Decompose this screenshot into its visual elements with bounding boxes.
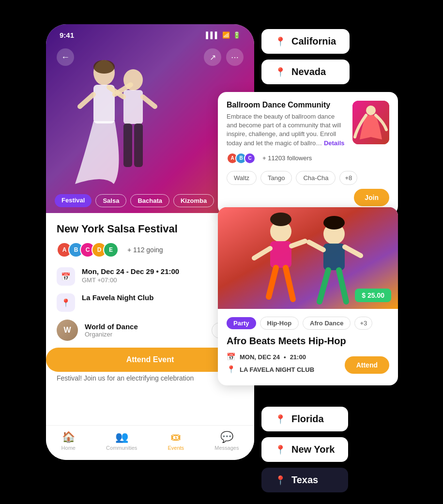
location-pill-new-york[interactable]: 📍 New York: [261, 437, 348, 462]
organizer-label: Organizer: [85, 331, 138, 338]
organizer-info: World of Dance Organizer: [85, 322, 138, 338]
community-card-desc: Embrace the beauty of ballroom dance and…: [227, 112, 346, 148]
signal-icon: ▌▌▌: [206, 31, 219, 39]
wifi-icon: 📶: [222, 31, 230, 39]
location-pills-bottom: 📍 Florida 📍 New York 📍 Texas: [261, 407, 348, 492]
event-card-footer: 📅 MON, DEC 24 • 21:00 📍 LA FAVELA NIGHT …: [227, 352, 389, 378]
back-button[interactable]: ←: [57, 48, 74, 66]
tag-cha-cha[interactable]: Cha-Cha: [296, 171, 336, 185]
event-card-image: $ 25.00: [218, 207, 398, 309]
nav-messages-label: Messages: [214, 445, 239, 451]
svg-point-5: [123, 69, 143, 91]
location-icon: 📍: [57, 293, 75, 312]
svg-rect-23: [323, 244, 345, 270]
pin-icon: 📍: [275, 67, 286, 77]
follower-avatars: A B C: [227, 153, 253, 164]
date-info-row: 📅 Mon, Dec 24 - Dec 29 • 21:00 GMT +07:0…: [57, 267, 244, 286]
join-button[interactable]: Join: [354, 189, 389, 206]
svg-line-8: [143, 97, 155, 107]
share-button[interactable]: ↗: [204, 48, 221, 66]
status-bar: 9:41 ▌▌▌ 📶 🔋: [46, 24, 254, 46]
svg-point-22: [323, 216, 345, 229]
ec-tag-more[interactable]: +3: [354, 317, 372, 330]
organizer-avatar: W: [57, 320, 78, 341]
timezone: GMT +07:00: [82, 276, 179, 284]
community-card-title: Ballroom Dance Community: [227, 101, 346, 109]
location-pill-nevada[interactable]: 📍 Nevada: [261, 60, 350, 84]
venue-info-row: 📍 La Favela Night Club: [57, 293, 244, 312]
tag-more[interactable]: +8: [339, 171, 357, 185]
location-pill-california[interactable]: 📍 California: [261, 29, 350, 54]
community-thumb-image: [352, 101, 389, 144]
event-title: New York Salsa Festival: [57, 223, 244, 235]
location-label-texas: Texas: [291, 474, 318, 486]
ec-dot: •: [284, 353, 286, 361]
bottom-nav: 🏠 Home 👥 Communities 🎟 Events 💬 Messages: [46, 425, 254, 460]
ec-date: MON, DEC 24: [240, 353, 280, 361]
more-button[interactable]: ⋯: [226, 48, 244, 66]
share-icon: ↗: [210, 53, 216, 62]
home-icon: 🏠: [62, 431, 75, 443]
battery-icon: 🔋: [233, 31, 241, 39]
ec-tag-party[interactable]: Party: [227, 317, 256, 329]
more-icon: ⋯: [231, 53, 239, 62]
attendees-row: A B C D E + 112 going: [57, 242, 244, 258]
pin-icon: 📍: [275, 475, 286, 486]
tag-bachata[interactable]: Bachata: [130, 194, 169, 207]
location-label-new-york: New York: [291, 444, 335, 455]
location-pill-florida[interactable]: 📍 Florida: [261, 407, 348, 431]
hero-actions: ↗ ⋯: [204, 48, 244, 66]
event-card-title: Afro Beats Meets Hip-Hop: [227, 336, 389, 347]
location-pill-texas[interactable]: 📍 Texas: [261, 468, 348, 492]
ec-venue: LA FAVELA NIGHT CLUB: [240, 366, 314, 373]
ec-tag-afro[interactable]: Afro Dance: [303, 317, 351, 330]
event-card-details: 📅 MON, DEC 24 • 21:00 📍 LA FAVELA NIGHT …: [227, 352, 314, 378]
location-icon-small: 📍: [227, 365, 236, 374]
pin-icon: 📍: [275, 414, 286, 425]
details-link[interactable]: Details: [324, 139, 345, 147]
pin-icon: 📍: [275, 36, 286, 47]
back-arrow-icon: ←: [61, 52, 70, 62]
avatar-stack: A B C D E: [57, 242, 115, 258]
svg-rect-9: [123, 123, 132, 167]
location-label-nevada: Nevada: [291, 66, 326, 77]
ec-tag-hiphop[interactable]: Hip-Hop: [260, 317, 299, 330]
event-price: $ 25.00: [355, 289, 391, 302]
nav-events[interactable]: 🎟 Events: [168, 431, 184, 451]
svg-point-15: [270, 213, 291, 226]
location-label-florida: Florida: [291, 413, 324, 425]
nav-messages[interactable]: 💬 Messages: [214, 431, 239, 451]
community-card-header: Ballroom Dance Community Embrace the bea…: [227, 101, 389, 148]
messages-icon: 💬: [220, 431, 233, 443]
tag-festival[interactable]: Festival: [55, 194, 92, 207]
pin-icon: 📍: [275, 444, 286, 455]
organizer-name: World of Dance: [85, 322, 138, 331]
followers-count: + 11203 followers: [262, 154, 312, 162]
event-card-date: 📅 MON, DEC 24 • 21:00: [227, 352, 314, 361]
followers-row: A B C + 11203 followers: [227, 153, 389, 164]
svg-rect-10: [134, 123, 143, 167]
nav-home-label: Home: [61, 445, 76, 451]
nav-events-label: Events: [168, 445, 184, 451]
event-card-tags: Party Hip-Hop Afro Dance +3: [227, 317, 389, 330]
events-icon: 🎟: [170, 431, 181, 443]
dance-figure-left: [56, 58, 162, 194]
ec-attend-button[interactable]: Attend: [345, 356, 389, 374]
svg-rect-6: [123, 90, 143, 124]
event-card: $ 25.00 Party Hip-Hop Afro Dance +3 Afro…: [218, 207, 398, 385]
event-card-body: Party Hip-Hop Afro Dance +3 Afro Beats M…: [218, 309, 398, 385]
communities-icon: 👥: [115, 431, 128, 443]
nav-home[interactable]: 🏠 Home: [61, 431, 76, 451]
nav-communities[interactable]: 👥 Communities: [106, 431, 137, 451]
status-time: 9:41: [60, 31, 74, 39]
tag-tango[interactable]: Tango: [260, 171, 292, 185]
svg-point-12: [366, 106, 376, 115]
location-label-california: California: [291, 36, 336, 47]
ec-time: 21:00: [290, 353, 306, 361]
community-card-thumb: [352, 101, 389, 144]
tag-kizomba[interactable]: Kizomba: [173, 194, 214, 207]
tag-salsa[interactable]: Salsa: [95, 194, 126, 207]
dance-tags: Waltz Tango Cha-Cha +8 Join: [227, 171, 389, 206]
tag-waltz[interactable]: Waltz: [227, 171, 257, 185]
location-pills-top: 📍 California 📍 Nevada: [261, 29, 350, 84]
